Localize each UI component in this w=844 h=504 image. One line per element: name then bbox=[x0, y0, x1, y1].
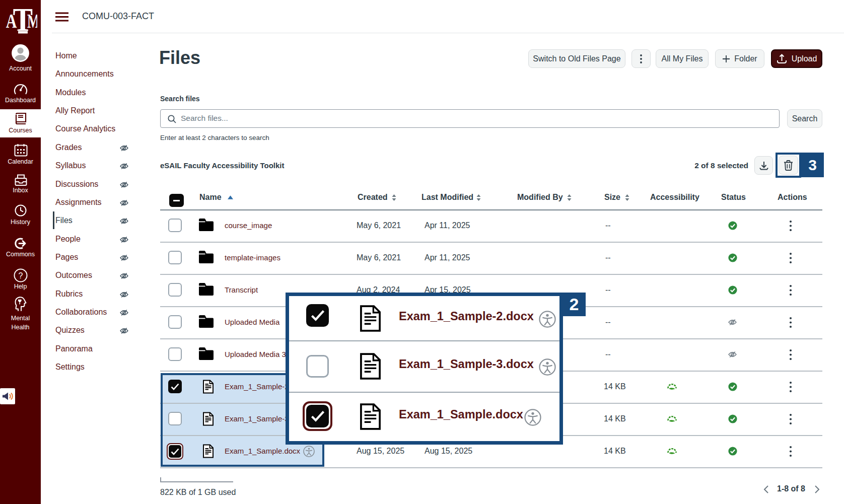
svg-text:?: ? bbox=[19, 271, 23, 280]
svg-text:T: T bbox=[13, 6, 33, 34]
